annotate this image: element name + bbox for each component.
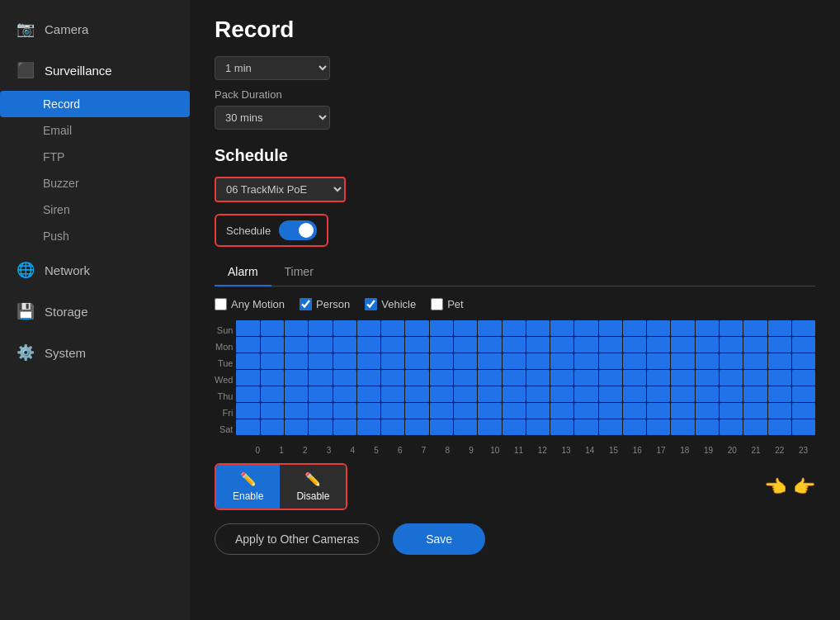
sidebar-item-network[interactable]: 🌐 Network [0,249,190,291]
grid-cell-fri-4[interactable] [333,403,356,419]
grid-cell-sat-22[interactable] [768,419,791,435]
grid-cell-sat-23[interactable] [792,419,815,435]
any-motion-checkbox[interactable] [215,298,227,310]
grid-cell-wed-16[interactable] [623,370,646,386]
grid-cell-wed-13[interactable] [550,370,573,386]
grid-cell-wed-5[interactable] [357,370,380,386]
sidebar-item-storage[interactable]: 💾 Storage [0,291,190,332]
grid-cell-sat-5[interactable] [357,419,380,435]
grid-cell-thu-17[interactable] [647,386,670,402]
sidebar-item-camera[interactable]: 📷 Camera [0,8,190,50]
grid-cell-tue-11[interactable] [503,353,526,369]
grid-cell-wed-23[interactable] [792,370,815,386]
disable-button[interactable]: ✏️ Disable [280,465,346,509]
grid-cell-mon-7[interactable] [405,337,428,353]
grid-cell-wed-21[interactable] [743,370,767,386]
grid-cell-sat-7[interactable] [405,419,428,435]
grid-cell-tue-12[interactable] [526,353,550,369]
grid-cell-wed-0[interactable] [236,370,259,386]
grid-cell-fri-7[interactable] [405,403,428,419]
grid-cell-fri-3[interactable] [309,403,332,419]
grid-cell-mon-11[interactable] [503,337,526,353]
grid-cell-fri-19[interactable] [696,403,719,419]
grid-cell-sun-9[interactable] [454,320,477,336]
grid-cell-thu-15[interactable] [599,386,622,402]
grid-cell-wed-3[interactable] [309,370,332,386]
grid-cell-tue-3[interactable] [309,353,332,369]
grid-cell-mon-19[interactable] [696,337,719,353]
grid-cell-thu-4[interactable] [333,386,356,402]
grid-cell-fri-22[interactable] [768,403,791,419]
grid-cell-thu-19[interactable] [696,386,719,402]
grid-cell-sun-10[interactable] [478,320,501,336]
grid-cell-tue-18[interactable] [671,353,694,369]
grid-cell-sat-13[interactable] [550,419,573,435]
sidebar-sub-buzzer[interactable]: Buzzer [0,170,190,196]
grid-cell-sun-20[interactable] [720,320,743,336]
prev-arrow-button[interactable]: 👈 [764,476,786,498]
grid-cell-sun-18[interactable] [671,320,694,336]
grid-cell-thu-16[interactable] [623,386,646,402]
grid-cell-wed-6[interactable] [381,370,404,386]
sidebar-sub-email[interactable]: Email [0,117,190,144]
grid-cell-tue-15[interactable] [599,353,622,369]
grid-cell-fri-16[interactable] [623,403,646,419]
grid-cell-fri-21[interactable] [743,403,767,419]
grid-cell-tue-10[interactable] [478,353,501,369]
grid-cell-wed-2[interactable] [285,370,308,386]
grid-cell-sat-4[interactable] [333,419,356,435]
grid-cell-sun-14[interactable] [574,320,597,336]
sidebar-sub-record[interactable]: Record [0,91,190,117]
grid-cell-wed-11[interactable] [503,370,526,386]
grid-cell-mon-10[interactable] [478,337,501,353]
grid-cell-sun-1[interactable] [261,320,284,336]
grid-cell-wed-9[interactable] [454,370,477,386]
grid-cell-thu-2[interactable] [285,386,308,402]
camera-select[interactable]: 06 TrackMix PoE [216,178,344,201]
sidebar-sub-siren[interactable]: Siren [0,196,190,223]
grid-cell-wed-14[interactable] [574,370,597,386]
grid-cell-thu-21[interactable] [743,386,767,402]
grid-cell-mon-3[interactable] [309,337,332,353]
grid-cell-fri-1[interactable] [261,403,284,419]
grid-cell-sat-3[interactable] [309,419,332,435]
grid-cell-mon-14[interactable] [574,337,597,353]
grid-cell-tue-23[interactable] [792,353,815,369]
grid-cell-sat-11[interactable] [503,419,526,435]
grid-cell-sat-20[interactable] [720,419,743,435]
grid-cell-tue-14[interactable] [574,353,597,369]
grid-cell-mon-13[interactable] [550,337,573,353]
sidebar-sub-push[interactable]: Push [0,223,190,249]
grid-cell-thu-20[interactable] [720,386,743,402]
grid-cell-mon-15[interactable] [599,337,622,353]
pet-checkbox[interactable] [431,298,443,310]
grid-cell-wed-18[interactable] [671,370,694,386]
grid-cell-thu-9[interactable] [454,386,477,402]
grid-cell-wed-19[interactable] [696,370,719,386]
grid-cell-sat-15[interactable] [599,419,622,435]
grid-cell-sun-11[interactable] [503,320,526,336]
grid-cell-sat-8[interactable] [430,419,453,435]
enable-button[interactable]: ✏️ Enable [216,465,280,509]
grid-cell-thu-12[interactable] [526,386,550,402]
grid-cell-fri-23[interactable] [792,403,815,419]
grid-cell-sat-2[interactable] [285,419,308,435]
grid-cell-thu-10[interactable] [478,386,501,402]
sidebar-sub-ftp[interactable]: FTP [0,144,190,170]
grid-cell-sat-17[interactable] [647,419,670,435]
grid-cell-fri-8[interactable] [430,403,453,419]
grid-cell-mon-17[interactable] [647,337,670,353]
grid-cell-mon-8[interactable] [430,337,453,353]
grid-cell-thu-6[interactable] [381,386,404,402]
grid-cell-fri-9[interactable] [454,403,477,419]
grid-cell-sun-8[interactable] [430,320,453,336]
grid-cell-tue-9[interactable] [454,353,477,369]
grid-cell-tue-2[interactable] [285,353,308,369]
grid-cell-mon-1[interactable] [261,337,284,353]
grid-cell-thu-11[interactable] [503,386,526,402]
grid-cell-fri-12[interactable] [526,403,550,419]
grid-cell-sun-19[interactable] [696,320,719,336]
grid-cell-wed-15[interactable] [599,370,622,386]
grid-cell-sat-16[interactable] [623,419,646,435]
grid-cell-fri-6[interactable] [381,403,404,419]
